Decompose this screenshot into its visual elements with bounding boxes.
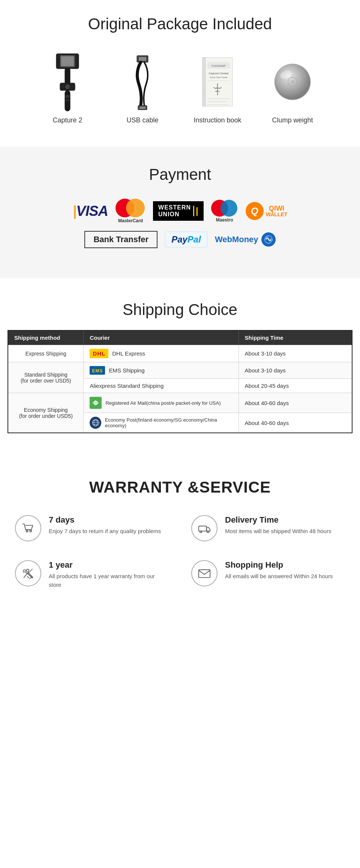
payment-section: Payment |VISA MasterCard WESTERN UNION | (0, 147, 360, 278)
mastercard-label: MasterCard (118, 218, 143, 223)
paypal-badge: Pay Pal (165, 232, 207, 247)
svg-rect-7 (65, 95, 70, 98)
warranty-delivery-desc: Most items will be shipped Within 48 hou… (225, 527, 331, 536)
method-standard: Standard Shipping(for order over USD5) (8, 362, 84, 393)
payment-row-1: |VISA MasterCard WESTERN UNION | (15, 199, 345, 223)
warranty-delivery-title: Delivery Time (225, 515, 331, 525)
payment-title: Payment (15, 166, 345, 184)
svg-point-34 (30, 530, 32, 532)
time-ali: About 20-45 days (238, 379, 352, 393)
svg-rect-2 (61, 56, 74, 66)
qiwi-title: QIWI (266, 205, 288, 212)
warranty-7days-desc: Enjoy 7 days to return if any quality pr… (49, 527, 161, 536)
svg-text:Capture2 Gimbal: Capture2 Gimbal (209, 72, 229, 75)
un-logo (90, 417, 101, 429)
warranty-section: WARRANTY &SERVICE 7 days Enjoy 7 days to… (0, 456, 360, 612)
qiwi-badge: Q QIWI WALLET (246, 202, 288, 220)
time-express: About 3-10 days (238, 345, 352, 362)
svg-point-33 (26, 530, 28, 532)
capture2-image (41, 52, 94, 112)
package-item-book: FUNSNAP Capture2 Gimbal Quick Start Guid… (188, 52, 248, 124)
warranty-1year-content: 1 year All products have 1 year warranty… (49, 560, 169, 589)
payment-row-2: Bank Transfer Pay Pal WebMoney (15, 231, 345, 248)
svg-point-37 (207, 531, 209, 533)
warranty-item-1year: 1 year All products have 1 year warranty… (15, 560, 169, 589)
wrench-icon (21, 566, 35, 580)
paypal-sky: Pal (188, 234, 201, 245)
truck-icon-wrap (191, 515, 218, 541)
webmoney-label: WebMoney (215, 235, 258, 244)
shipping-section: Shipping Choice Shipping method Courier … (0, 278, 360, 456)
svg-rect-3 (65, 69, 70, 84)
method-express: Express Shipping (8, 345, 84, 362)
courier-dhl: DHL DHL Express (84, 345, 238, 362)
svg-text:Quick Start Guide: Quick Start Guide (210, 76, 228, 78)
warranty-help-title: Shopping Help (225, 560, 333, 570)
mail-icon-wrap (191, 560, 218, 586)
cart-icon-wrap (15, 515, 41, 541)
warranty-1year-desc: All products have 1 year warranty from o… (49, 572, 169, 589)
mastercard-badge: MasterCard (116, 199, 146, 223)
book-label: Instruction book (194, 116, 241, 124)
svg-point-26 (291, 80, 294, 84)
shipping-title: Shipping Choice (8, 301, 352, 319)
package-title: Original Package Included (8, 15, 352, 33)
courier-un: Economy Post(finland economy/SG economy/… (84, 413, 238, 433)
wu-line1: WESTERN (158, 204, 191, 211)
method-economy: Economy Shipping(for order under USD5) (8, 393, 84, 433)
warranty-delivery-content: Delivery Time Most items will be shipped… (225, 515, 331, 536)
wu-bar: | (193, 206, 198, 216)
weight-image (266, 52, 319, 112)
bank-transfer-badge: Bank Transfer (84, 231, 158, 248)
svg-rect-35 (199, 526, 207, 531)
paypal-blue: Pay (171, 234, 188, 245)
qiwi-circle: Q (246, 202, 264, 220)
svg-point-5 (65, 84, 70, 89)
warranty-7days-title: 7 days (49, 515, 161, 525)
qiwi-subtitle: WALLET (266, 212, 288, 217)
package-section: Original Package Included (0, 0, 360, 147)
warranty-grid: 7 days Enjoy 7 days to return if any qua… (15, 515, 345, 589)
maestro-badge: Maestro (211, 200, 238, 223)
western-union-badge: WESTERN UNION | (153, 201, 204, 221)
svg-rect-14 (202, 57, 206, 106)
bank-transfer-label: Bank Transfer (93, 235, 148, 244)
warranty-7days-content: 7 days Enjoy 7 days to return if any qua… (49, 515, 161, 536)
package-item-weight: Clump weight (262, 52, 322, 124)
weight-label: Clump weight (272, 116, 313, 124)
svg-rect-12 (140, 107, 146, 109)
usb-label: USB cable (126, 116, 158, 124)
maestro-label: Maestro (216, 217, 233, 223)
courier-ali: Aliexpress Standard Shipping (84, 379, 238, 393)
mail-icon (197, 566, 212, 580)
col-header-time: Shipping Time (238, 330, 352, 345)
svg-rect-10 (139, 57, 146, 61)
visa-text: |VISA (73, 203, 108, 219)
col-header-courier: Courier (84, 330, 238, 345)
wrench-icon-wrap (15, 560, 41, 586)
warranty-item-help: Shopping Help All emails will be answere… (191, 560, 345, 589)
svg-rect-8 (66, 99, 69, 101)
warranty-item-delivery: Delivery Time Most items will be shipped… (191, 515, 345, 541)
dhl-logo: DHL (90, 349, 108, 358)
package-items-row: Capture 2 USB cable (8, 52, 352, 124)
col-header-method: Shipping method (8, 330, 84, 345)
time-airmail: About 40-60 days (238, 393, 352, 413)
book-image: FUNSNAP Capture2 Gimbal Quick Start Guid… (191, 52, 244, 112)
warranty-1year-title: 1 year (49, 560, 169, 570)
courier-airmail: Registered Air Mail(china post/e packet-… (84, 393, 238, 413)
time-ems: About 3-10 days (238, 362, 352, 379)
ems-logo: EMS (90, 366, 105, 375)
airmail-logo (90, 397, 102, 409)
capture2-label: Capture 2 (52, 116, 82, 124)
shipping-header-row: Shipping method Courier Shipping Time (8, 330, 352, 345)
wu-line2: UNION (158, 211, 180, 218)
time-economy-post: About 40-60 days (238, 413, 352, 433)
shipping-table: Shipping method Courier Shipping Time Ex… (8, 330, 352, 433)
shipping-row-standard-ems: Standard Shipping(for order over USD5) E… (8, 362, 352, 379)
truck-icon (197, 521, 212, 535)
warranty-item-7days: 7 days Enjoy 7 days to return if any qua… (15, 515, 169, 541)
package-item-usb: USB cable (112, 52, 172, 124)
svg-point-36 (200, 531, 202, 533)
webmoney-icon (261, 232, 276, 247)
